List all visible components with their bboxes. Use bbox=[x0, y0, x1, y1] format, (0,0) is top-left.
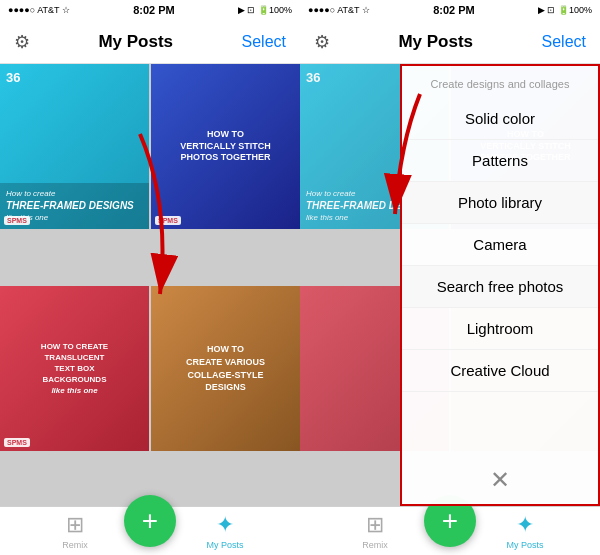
remix-label-left: Remix bbox=[62, 540, 88, 550]
tab-bar-left: ⊞ Remix + ✦ My Posts bbox=[0, 506, 300, 555]
myposts-icon-left: ✦ bbox=[216, 512, 234, 538]
post-cell-2[interactable]: How toVERTICALLY STITCHphotos together S… bbox=[151, 64, 300, 229]
dropdown-item-camera[interactable]: Camera bbox=[402, 224, 598, 266]
time-left: 8:02 PM bbox=[133, 4, 175, 16]
gear-icon-right[interactable]: ⚙ bbox=[314, 31, 330, 53]
nav-bar-right: ⚙ My Posts Select bbox=[300, 20, 600, 64]
post-title-4: How ToCreate VariousCOLLAGE-STYLEDESIGNS bbox=[186, 343, 265, 393]
post-title-2: How toVERTICALLY STITCHphotos together bbox=[180, 129, 271, 164]
myposts-label-right: My Posts bbox=[506, 540, 543, 550]
dropdown-close-button[interactable]: ✕ bbox=[402, 456, 598, 504]
dropdown-item-search-free-photos[interactable]: Search free photos bbox=[402, 266, 598, 308]
remix-icon-right: ⊞ bbox=[366, 512, 384, 538]
status-bar-right: ●●●●○ AT&T ☆ 8:02 PM ▶ ⊡ 🔋100% bbox=[300, 0, 600, 20]
carrier-right: ●●●●○ AT&T ☆ bbox=[308, 5, 370, 15]
page-title-left: My Posts bbox=[98, 32, 173, 52]
right-panel: ●●●●○ AT&T ☆ 8:02 PM ▶ ⊡ 🔋100% ⚙ My Post… bbox=[300, 0, 600, 555]
status-bar-left: ●●●●○ AT&T ☆ 8:02 PM ▶ ⊡ 🔋100% bbox=[0, 0, 300, 20]
dropdown-item-patterns[interactable]: Patterns bbox=[402, 140, 598, 182]
select-button-left[interactable]: Select bbox=[242, 33, 286, 51]
carrier-left: ●●●●○ AT&T ☆ bbox=[8, 5, 70, 15]
select-button-right[interactable]: Select bbox=[542, 33, 586, 51]
gear-icon[interactable]: ⚙ bbox=[14, 31, 30, 53]
myposts-icon-right: ✦ bbox=[516, 512, 534, 538]
posts-grid-right: 36 How to createTHREE-FRAMED DESIGNSlike… bbox=[300, 64, 600, 506]
dropdown-item-lightroom[interactable]: Lightroom bbox=[402, 308, 598, 350]
post-title-3: How to createTRANSLUCENTTEXT BOXBACKGROU… bbox=[41, 341, 108, 397]
battery-left: ▶ ⊡ 🔋100% bbox=[238, 5, 292, 15]
dropdown-item-photo-library[interactable]: Photo library bbox=[402, 182, 598, 224]
post-cell-1[interactable]: 36 How to createTHREE-FRAMED DESIGNSlike… bbox=[0, 64, 149, 229]
dropdown-section-label: Create designs and collages bbox=[402, 72, 598, 98]
dropdown-item-creative-cloud[interactable]: Creative Cloud bbox=[402, 350, 598, 392]
battery-right: ▶ ⊡ 🔋100% bbox=[538, 5, 592, 15]
remix-icon-left: ⊞ bbox=[66, 512, 84, 538]
spms-badge-3: SPMS bbox=[4, 438, 30, 447]
remix-label-right: Remix bbox=[362, 540, 388, 550]
post-cell-4[interactable]: How ToCreate VariousCOLLAGE-STYLEDESIGNS bbox=[151, 286, 300, 451]
post-number-1: 36 bbox=[6, 70, 20, 85]
nav-bar-left: ⚙ My Posts Select bbox=[0, 20, 300, 64]
myposts-label-left: My Posts bbox=[206, 540, 243, 550]
spms-badge-1: SPMS bbox=[4, 216, 30, 225]
posts-grid-left: 36 How to createTHREE-FRAMED DESIGNSlike… bbox=[0, 64, 300, 506]
fab-button-left[interactable]: + bbox=[124, 495, 176, 547]
post-number-right-1: 36 bbox=[306, 70, 320, 85]
spms-badge-2: SPMS bbox=[155, 216, 181, 225]
page-title-right: My Posts bbox=[398, 32, 473, 52]
post-cell-3[interactable]: How to createTRANSLUCENTTEXT BOXBACKGROU… bbox=[0, 286, 149, 451]
tab-bar-right: ⊞ Remix + ✦ My Posts bbox=[300, 506, 600, 555]
dropdown-menu: Create designs and collages Solid color … bbox=[400, 64, 600, 506]
time-right: 8:02 PM bbox=[433, 4, 475, 16]
left-panel: ●●●●○ AT&T ☆ 8:02 PM ▶ ⊡ 🔋100% ⚙ My Post… bbox=[0, 0, 300, 555]
dropdown-item-solid-color[interactable]: Solid color bbox=[402, 98, 598, 140]
